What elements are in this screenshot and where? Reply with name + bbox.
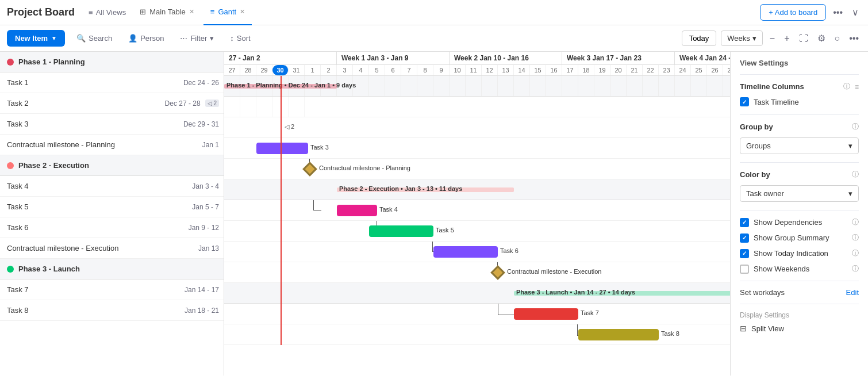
task-8-row[interactable]: Task 8 Jan 18 - 21	[0, 300, 224, 321]
color-by-info-icon[interactable]: ⓘ	[852, 170, 859, 179]
gantt-days-row: 27 28 29 30 31 1 2 3 4 5 6 7 8	[224, 65, 730, 75]
phase1-name: Phase 1 - Planning	[18, 58, 219, 66]
task7-bar-label: Task 7	[581, 309, 599, 316]
weeks-selector[interactable]: Weeks ▾	[721, 30, 763, 46]
new-item-button[interactable]: New Item ▼	[7, 30, 65, 47]
day-8: 8	[417, 65, 433, 75]
settings-panel: View Settings Timeline Columns ⓘ ≡ ✓ Tas…	[730, 52, 868, 376]
gantt-task4-row: Task 4	[224, 200, 730, 221]
phase1-dot	[7, 59, 14, 66]
group-by-dropdown[interactable]: Groups ▾	[740, 137, 859, 154]
person-circle-icon[interactable]: ○	[832, 31, 843, 46]
timeline-columns-label: Timeline Columns	[740, 82, 839, 91]
group-by-chevron-icon: ▾	[848, 141, 852, 150]
task3-date: Dec 29 - 31	[167, 120, 219, 128]
day-27: 27	[224, 65, 240, 75]
day-22: 22	[643, 65, 659, 75]
show-today-checkbox[interactable]: ✓	[740, 249, 749, 258]
gantt-phase1-row: Phase 1 - Planning • Dec 24 - Jan 1 • 9 …	[224, 76, 730, 97]
week-3: Week 3 Jan 17 - Jan 23	[562, 52, 675, 64]
view-settings-title: View Settings	[740, 59, 859, 67]
show-dependencies-info-icon[interactable]: ⓘ	[852, 217, 859, 227]
show-dependencies-row: ✓ Show Dependencies ⓘ	[740, 217, 859, 227]
divider-1	[740, 74, 859, 75]
day-3: 3	[337, 65, 353, 75]
gantt-milestone-planning-row: Contractual milestone - Planning	[224, 159, 730, 179]
day-24: 24	[675, 65, 691, 75]
day-25: 25	[691, 65, 707, 75]
main-table-tab[interactable]: ⊞ Main Table ✕	[133, 0, 201, 25]
day-17: 17	[562, 65, 578, 75]
top-right-actions: + Add to board ••• ∨	[760, 4, 861, 21]
show-group-summary-info-icon[interactable]: ⓘ	[852, 233, 859, 243]
show-today-info-icon[interactable]: ⓘ	[852, 248, 859, 258]
group-phase3[interactable]: Phase 3 - Launch	[0, 259, 224, 280]
zoom-in-icon[interactable]: +	[782, 31, 792, 46]
all-views-tab[interactable]: ≡ All Views	[84, 6, 130, 19]
search-icon: 🔍	[76, 34, 86, 43]
gantt-milestone-execution-row: Contractual milestone - Execution	[224, 262, 730, 283]
today-button[interactable]: Today	[682, 30, 717, 46]
gantt-task1-row	[224, 97, 730, 117]
color-by-row: Color by ⓘ	[740, 170, 859, 179]
filter-dropdown-icon: ▾	[210, 34, 214, 43]
person-button[interactable]: 👤 Person	[124, 32, 168, 45]
task-3-row[interactable]: Task 3 Dec 29 - 31	[0, 114, 224, 135]
milestone-execution-label: Contractual milestone - Execution	[507, 268, 601, 275]
task-4-row[interactable]: Task 4 Jan 3 - 4	[0, 176, 224, 197]
gantt-phase3-row: Phase 3 - Launch • Jan 14 - 27 • 14 days	[224, 283, 730, 304]
show-group-summary-row: ✓ Show Group Summary ⓘ	[740, 233, 859, 243]
group-by-info-icon[interactable]: ⓘ	[852, 122, 859, 132]
task-7-row[interactable]: Task 7 Jan 14 - 17	[0, 280, 224, 300]
set-workdays-edit-link[interactable]: Edit	[846, 288, 859, 297]
milestone-execution-date: Jan 13	[167, 244, 219, 252]
zoom-out-icon[interactable]: −	[767, 31, 777, 46]
color-by-dropdown[interactable]: Task owner ▾	[740, 185, 859, 202]
group-phase1[interactable]: Phase 1 - Planning	[0, 52, 224, 72]
group-by-label: Group by	[740, 122, 847, 131]
task-2-row[interactable]: Task 2 Dec 27 - 28 ◁ 2	[0, 93, 224, 114]
task2-date: Dec 27 - 28	[149, 99, 201, 108]
expand-icon[interactable]: ⛶	[797, 31, 811, 46]
show-group-summary-label: Show Group Summary	[754, 233, 847, 242]
collapse-icon[interactable]: ∨	[850, 5, 861, 20]
task-1-row[interactable]: Task 1 Dec 24 - 26	[0, 72, 224, 93]
day-4: 4	[353, 65, 369, 75]
filter-button[interactable]: ⋯ Filter ▾	[175, 32, 218, 45]
milestone-execution-row[interactable]: Contractual milestone - Execution Jan 13	[0, 238, 224, 259]
task4-bar-label: Task 4	[379, 206, 398, 213]
gantt-header: 27 - Jan 2 Week 1 Jan 3 - Jan 9 Week 2 J…	[224, 52, 730, 76]
show-weekends-info-icon[interactable]: ⓘ	[852, 264, 859, 274]
show-group-summary-checkbox[interactable]: ✓	[740, 233, 749, 243]
day-9: 9	[433, 65, 450, 75]
timeline-columns-info-icon[interactable]: ⓘ	[843, 82, 850, 91]
milestone-execution-name: Contractual milestone - Execution	[7, 244, 163, 252]
new-item-dropdown-arrow: ▼	[51, 35, 57, 41]
add-to-board-button[interactable]: + Add to board	[760, 4, 826, 21]
milestone-planning-row[interactable]: Contractual milestone - Planning Jan 1	[0, 135, 224, 155]
search-button[interactable]: 🔍 Search	[72, 32, 117, 45]
task7-name: Task 7	[7, 285, 163, 294]
show-weekends-checkbox[interactable]	[740, 265, 749, 274]
weeks-dropdown-icon: ▾	[752, 34, 756, 43]
gantt-tab[interactable]: ≡ Gantt ✕	[203, 0, 252, 25]
task-6-row[interactable]: Task 6 Jan 9 - 12	[0, 217, 224, 238]
day-6: 6	[385, 65, 401, 75]
week-0: 27 - Jan 2	[224, 52, 337, 64]
day-26: 26	[707, 65, 723, 75]
gantt-task3-row: Task 3	[224, 138, 730, 159]
show-weekends-row: Show Weekends ⓘ	[740, 264, 859, 274]
task-timeline-checkbox[interactable]: ✓	[740, 97, 749, 106]
gantt-task7-row: Task 7	[224, 304, 730, 324]
divider-5	[740, 281, 859, 281]
toolbar-right: Today Weeks ▾ − + ⛶ ⚙ ○ •••	[682, 30, 861, 46]
show-dependencies-checkbox[interactable]: ✓	[740, 218, 749, 227]
sort-button[interactable]: ↕ Sort	[225, 32, 255, 45]
more-toolbar-icon[interactable]: •••	[847, 31, 861, 46]
split-view-icon: ⊟	[740, 324, 747, 333]
task-5-row[interactable]: Task 5 Jan 5 - 7	[0, 197, 224, 217]
group-phase2[interactable]: Phase 2 - Execution	[0, 155, 224, 176]
phase3-name: Phase 3 - Launch	[18, 265, 219, 273]
settings-gear-icon[interactable]: ⚙	[815, 30, 828, 46]
more-options-icon[interactable]: •••	[831, 5, 845, 20]
